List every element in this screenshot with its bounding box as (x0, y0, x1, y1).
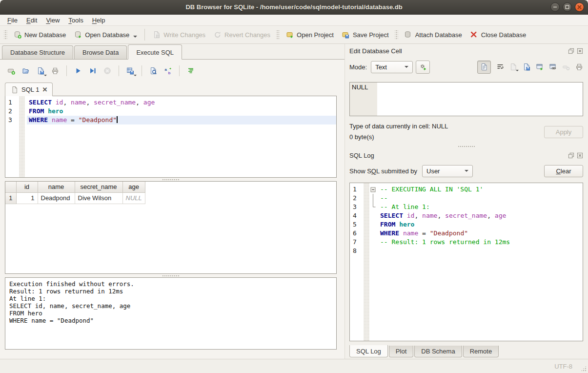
toolbar-handle[interactable] (4, 29, 7, 40)
open-project-button[interactable]: Open Project (282, 29, 338, 41)
results-table: idnamesecret_nameage 11DeadpondDive Wils… (5, 182, 145, 204)
import-button[interactable] (509, 63, 517, 71)
tab-execute-sql[interactable]: Execute SQL (128, 44, 182, 60)
dock-close-icon[interactable] (576, 152, 583, 159)
code-line[interactable]: SELECT id, name, secret_name, age (27, 98, 336, 107)
title-bar[interactable]: DB Browser for SQLite - /home/user/code/… (0, 0, 588, 15)
message-line: SELECT id, name, secret_name, age (9, 302, 332, 310)
open-sql-file-button[interactable] (20, 64, 32, 77)
table-cell[interactable]: 1 (16, 192, 38, 204)
mode-combobox[interactable]: Text (371, 61, 413, 73)
replace-button[interactable]: ab (162, 64, 174, 77)
new-database-button[interactable]: New Database (9, 29, 70, 41)
dock-tab-plot[interactable]: Plot (389, 346, 413, 357)
toolbar-handle[interactable] (276, 29, 280, 40)
close-database-button[interactable]: Close Database (466, 29, 530, 41)
cell-editor[interactable]: NULL (349, 82, 583, 116)
save-sql-file-button[interactable] (34, 64, 47, 77)
fold-collapse-icon[interactable] (369, 185, 376, 194)
code-line[interactable]: WHERE name = "Deadpond" (27, 116, 336, 124)
text-mode-button[interactable] (477, 61, 491, 74)
new-sql-tab-button[interactable] (5, 64, 18, 77)
log-fold-column[interactable] (369, 183, 376, 341)
cell-type-text: Type of data currently in cell: NULL (349, 121, 544, 132)
table-cell[interactable]: NULL (122, 192, 145, 204)
execution-message-box[interactable]: Execution finished without errors.Result… (5, 277, 337, 350)
cell-edit-toolbar (477, 61, 583, 74)
auto-apply-button[interactable] (416, 61, 430, 74)
revert-changes-button[interactable]: Revert Changes (209, 29, 274, 41)
dock-tab-remote[interactable]: Remote (463, 346, 499, 357)
sql-tab[interactable]: SQL 1 ✕ (5, 83, 53, 96)
dock-tab-bar: SQL LogPlotDB SchemaRemote (349, 345, 583, 359)
menu-help[interactable]: Help (88, 16, 110, 25)
sql-editor-code[interactable]: SELECT id, name, secret_name, ageFROM he… (25, 96, 336, 177)
column-header-secret_name[interactable]: secret_name (75, 182, 122, 192)
link-button[interactable] (548, 63, 557, 71)
submitter-combobox[interactable]: User (422, 165, 473, 177)
table-cell[interactable]: Dive Wilson (75, 192, 122, 204)
menu-edit[interactable]: Edit (22, 16, 41, 25)
format-button[interactable] (184, 64, 197, 77)
close-button[interactable] (575, 2, 584, 12)
encoding-indicator[interactable]: UTF-8 (554, 363, 572, 370)
execute-line-button[interactable] (86, 64, 99, 77)
null-button[interactable] (562, 63, 570, 71)
dock-float-icon[interactable] (568, 47, 574, 54)
maximize-button[interactable] (563, 2, 572, 12)
open-database-button[interactable]: Open Database (70, 29, 141, 41)
minimize-button[interactable] (550, 2, 560, 12)
clear-button[interactable]: Clear (544, 165, 583, 177)
line-number: 4 (353, 211, 364, 220)
tab-browse-data[interactable]: Browse Data (74, 45, 127, 59)
apply-button[interactable]: Apply (544, 126, 583, 138)
log-line (378, 247, 583, 255)
external-app-button[interactable] (535, 63, 544, 71)
word-wrap-button[interactable] (496, 63, 504, 71)
line-number: 5 (353, 220, 364, 229)
sql-editor[interactable]: 123 SELECT id, name, secret_name, ageFRO… (5, 96, 337, 178)
line-number: 6 (353, 229, 364, 238)
attach-database-button[interactable]: Attach Database (400, 29, 466, 41)
resize-grip-icon[interactable] (581, 366, 587, 372)
dock-tab-sql-log[interactable]: SQL Log (349, 345, 388, 357)
dock-float-icon[interactable] (568, 152, 574, 159)
dock-close-icon[interactable] (576, 47, 583, 54)
results-grid[interactable]: idnamesecret_nameage 11DeadpondDive Wils… (5, 181, 337, 274)
table-cell[interactable]: Deadpond (38, 192, 75, 204)
print-button[interactable] (49, 64, 61, 77)
save-project-button[interactable]: Save Project (338, 29, 393, 41)
sql-log-editor[interactable]: 12345678 -- EXECUTING ALL IN 'SQL 1'----… (349, 183, 583, 341)
export-button[interactable] (522, 63, 530, 71)
menu-view[interactable]: View (41, 16, 64, 25)
toolbar-button-label: Close Database (481, 31, 527, 39)
mode-label: Mode: (349, 63, 367, 71)
column-header-name[interactable]: name (38, 182, 75, 192)
column-header-age[interactable]: age (122, 182, 145, 192)
log-line: WHERE name = "Deadpond" (378, 229, 583, 238)
save-results-button[interactable] (124, 64, 137, 77)
save-results-icon (126, 67, 135, 75)
external-app-icon (535, 63, 544, 71)
dock-tab-db-schema[interactable]: DB Schema (414, 346, 462, 357)
write-changes-button[interactable]: Write Changes (148, 29, 209, 41)
menu-file[interactable]: File (3, 16, 22, 25)
find-button[interactable] (147, 64, 160, 77)
menu-tools[interactable]: Tools (64, 16, 87, 25)
execute-sql-page: ab SQL 1 ✕ 123 SELECT id, name, secret_n… (0, 60, 345, 359)
editor-results-splitter[interactable] (5, 178, 337, 181)
column-header-id[interactable]: id (16, 182, 38, 192)
execute-all-button[interactable] (72, 64, 84, 77)
toolbar-handle[interactable] (395, 29, 398, 40)
log-line: -- (378, 194, 583, 203)
print-button[interactable] (575, 63, 583, 71)
tab-database-structure[interactable]: Database Structure (2, 45, 73, 59)
row-header[interactable]: 1 (5, 192, 16, 204)
dock-splitter[interactable] (349, 143, 583, 150)
filter-label: Show SQL submitted by (349, 167, 417, 175)
stop-button[interactable] (101, 64, 114, 77)
results-message-splitter[interactable] (5, 274, 337, 277)
link-icon (548, 63, 557, 71)
tab-close-icon[interactable]: ✕ (42, 86, 47, 93)
code-line[interactable]: FROM hero (27, 107, 336, 116)
